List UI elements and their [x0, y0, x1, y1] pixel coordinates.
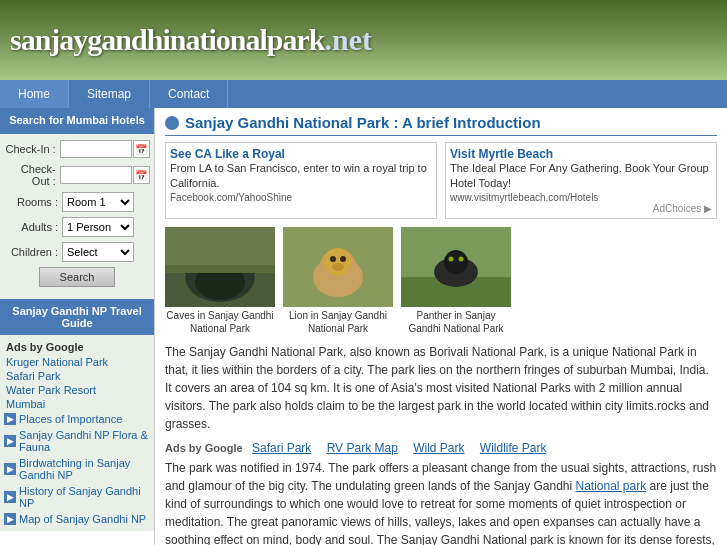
ad-choices: AdChoices ▶ — [450, 203, 712, 214]
sidebar-nav-places-text: Places of Importance — [19, 413, 122, 425]
header: sanjaygandhinationalpark.net — [0, 0, 727, 80]
panther-image — [401, 227, 511, 307]
svg-point-15 — [444, 250, 468, 274]
search-button[interactable]: Search — [39, 267, 116, 287]
body-text-2: The park was notified in 1974. The park … — [165, 459, 717, 545]
lion-image — [283, 227, 393, 307]
rooms-row: Rooms : Room 1 — [4, 192, 150, 212]
checkout-input[interactable] — [60, 166, 132, 184]
nav-arrow-icon-history: ▶ — [4, 491, 16, 503]
sidebar-link-mumbai[interactable]: Mumbai — [2, 397, 152, 411]
checkin-row: Check-In : 📅 — [4, 140, 150, 158]
ads-link-rvmap[interactable]: RV Park Map — [327, 441, 398, 455]
cave-svg — [165, 227, 275, 307]
sidebar-nav-history-text: History of Sanjay Gandhi NP — [19, 485, 150, 509]
nav-arrow-icon: ▶ — [4, 413, 16, 425]
nav-contact[interactable]: Contact — [150, 80, 228, 108]
ad1-text: From LA to San Francisco, enter to win a… — [170, 161, 432, 192]
svg-point-11 — [332, 263, 344, 271]
image-box-2: Lion in Sanjay Gandhi National Park — [283, 227, 393, 335]
sidebar-link-waterpark[interactable]: Water Park Resort — [2, 383, 152, 397]
ad2-link[interactable]: www.visitmyrtlebeach.com/Hotels — [450, 192, 712, 203]
sidebar-links-section: Ads by Google Kruger National Park Safar… — [0, 335, 154, 531]
ad-box-2: Visit Myrtle Beach The Ideal Place For A… — [445, 142, 717, 219]
sidebar-nav-flora[interactable]: ▶ Sanjay Gandhi NP Flora & Fauna — [2, 427, 152, 455]
sidebar-nav-birdwatching-text: Birdwatching in Sanjay Gandhi NP — [19, 457, 150, 481]
checkin-calendar-icon[interactable]: 📅 — [133, 140, 150, 158]
image-box-3: Panther in Sanjay Gandhi National Park — [401, 227, 511, 335]
image-box-1: Caves in Sanjay Gandhi National Park — [165, 227, 275, 335]
adults-select[interactable]: 1 Person — [62, 217, 134, 237]
svg-point-9 — [330, 256, 336, 262]
svg-point-10 — [340, 256, 346, 262]
national-park-link[interactable]: National park — [576, 479, 647, 493]
main-content: Sanjay Gandhi National Park : A brief In… — [155, 108, 727, 545]
svg-point-16 — [449, 256, 454, 261]
checkout-row: Check-Out : 📅 — [4, 163, 150, 187]
adults-label: Adults : — [4, 221, 62, 233]
hotel-search-form: Check-In : 📅 Check-Out : 📅 Rooms : Room … — [0, 134, 154, 299]
children-select[interactable]: Select — [62, 242, 134, 262]
lion-svg — [283, 227, 393, 307]
sidebar-nav-map[interactable]: ▶ Map of Sanjay Gandhi NP — [2, 511, 152, 527]
body-text-1-content: The Sanjay Gandhi National Park, also kn… — [165, 345, 709, 431]
sidebar-nav-map-text: Map of Sanjay Gandhi NP — [19, 513, 146, 525]
checkout-calendar-icon[interactable]: 📅 — [133, 166, 150, 184]
children-label: Children : — [4, 246, 62, 258]
ads-links-row: Ads by Google Safari Park RV Park Map Wi… — [165, 441, 717, 455]
ads-row: See CA Like a Royal From LA to San Franc… — [165, 142, 717, 219]
title-bullet-icon — [165, 116, 179, 130]
site-title: sanjaygandhinationalpark — [10, 23, 324, 56]
ad1-title[interactable]: See CA Like a Royal — [170, 147, 432, 161]
svg-point-17 — [459, 256, 464, 261]
children-row: Children : Select — [4, 242, 150, 262]
ad1-link[interactable]: Facebook.com/YahooShine — [170, 192, 432, 203]
nav-arrow-icon-map: ▶ — [4, 513, 16, 525]
ad2-text: The Ideal Place For Any Gathering. Book … — [450, 161, 712, 192]
nav-home[interactable]: Home — [0, 80, 69, 108]
cave-image — [165, 227, 275, 307]
sidebar-link-kruger[interactable]: Kruger National Park — [2, 355, 152, 369]
travel-guide-title: Sanjay Gandhi NP Travel Guide — [4, 303, 150, 331]
svg-rect-4 — [165, 265, 275, 273]
content-title-row: Sanjay Gandhi National Park : A brief In… — [165, 114, 717, 136]
page-title: Sanjay Gandhi National Park : A brief In… — [185, 114, 541, 131]
svg-point-8 — [324, 248, 352, 276]
content-wrapper: Sanjay Gandhi National Park : A brief In… — [155, 108, 727, 545]
ads-by-google-label: Ads by Google — [165, 442, 243, 454]
body-text-1: The Sanjay Gandhi National Park, also kn… — [165, 343, 717, 433]
ad-box-1: See CA Like a Royal From LA to San Franc… — [165, 142, 437, 219]
nav-arrow-icon-flora: ▶ — [4, 435, 16, 447]
sidebar-nav-birdwatching[interactable]: ▶ Birdwatching in Sanjay Gandhi NP — [2, 455, 152, 483]
sidebar-nav-places[interactable]: ▶ Places of Importance — [2, 411, 152, 427]
rooms-select[interactable]: Room 1 — [62, 192, 134, 212]
ads-section-title: Ads by Google — [2, 339, 152, 355]
header-title-container: sanjaygandhinationalpark.net — [10, 23, 372, 57]
ads-link-safari[interactable]: Safari Park — [252, 441, 311, 455]
checkin-input[interactable] — [60, 140, 132, 158]
svg-rect-3 — [165, 227, 275, 267]
image3-caption: Panther in Sanjay Gandhi National Park — [401, 309, 511, 335]
nav-arrow-icon-bird: ▶ — [4, 463, 16, 475]
ads-link-wild[interactable]: Wild Park — [413, 441, 464, 455]
sidebar: Search for Mumbai Hotels Check-In : 📅 Ch… — [0, 108, 155, 545]
hotel-search-title: Search for Mumbai Hotels — [4, 112, 150, 130]
navigation-bar: Home Sitemap Contact — [0, 80, 727, 108]
hotel-search-section: Search for Mumbai Hotels — [0, 108, 154, 134]
sidebar-link-safari[interactable]: Safari Park — [2, 369, 152, 383]
nav-sitemap[interactable]: Sitemap — [69, 80, 150, 108]
main-layout: Search for Mumbai Hotels Check-In : 📅 Ch… — [0, 108, 727, 545]
ads-link-wildlife[interactable]: Wildlife Park — [480, 441, 547, 455]
image2-caption: Lion in Sanjay Gandhi National Park — [283, 309, 393, 335]
rooms-label: Rooms : — [4, 196, 62, 208]
checkout-label: Check-Out : — [4, 163, 60, 187]
travel-guide-section: Sanjay Gandhi NP Travel Guide — [0, 299, 154, 335]
panther-svg — [401, 227, 511, 307]
sidebar-nav-flora-text: Sanjay Gandhi NP Flora & Fauna — [19, 429, 150, 453]
ad2-title[interactable]: Visit Myrtle Beach — [450, 147, 712, 161]
checkin-label: Check-In : — [4, 143, 60, 155]
images-row: Caves in Sanjay Gandhi National Park — [165, 227, 717, 335]
sidebar-nav-history[interactable]: ▶ History of Sanjay Gandhi NP — [2, 483, 152, 511]
adults-row: Adults : 1 Person — [4, 217, 150, 237]
site-subtitle: .net — [324, 23, 372, 56]
